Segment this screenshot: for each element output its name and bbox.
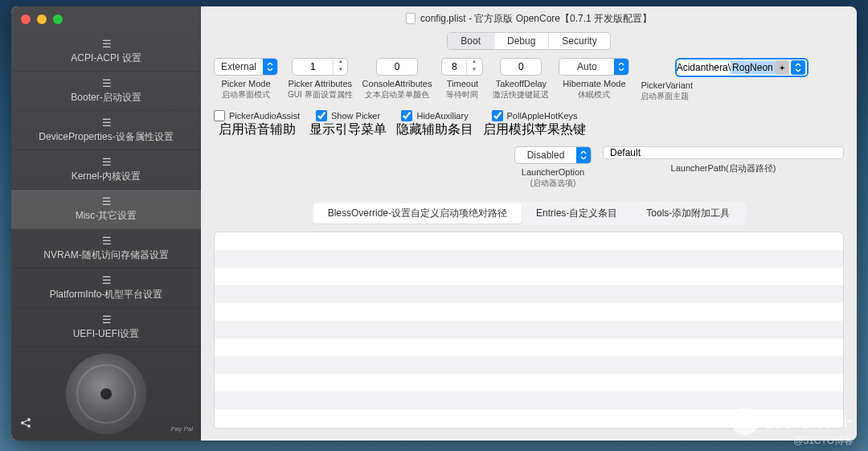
watermark: ✉ 悦享软件 +: [731, 408, 852, 435]
table-area[interactable]: [214, 232, 844, 429]
label: Timeout: [447, 79, 478, 88]
tab-debug[interactable]: Debug: [494, 33, 549, 49]
titlebar: config.plist - 官方原版 OpenCore【0.7.1 开发版配置…: [201, 6, 857, 31]
checkbox-label: HideAuxiliary: [416, 111, 468, 121]
label: GUI 界面设置属性: [288, 89, 353, 100]
label: LauncherOption: [522, 167, 584, 177]
checkbox-picker-audio-assist[interactable]: PickerAudioAssist: [214, 110, 300, 121]
timeout-input[interactable]: [442, 61, 466, 72]
zoom-button[interactable]: [53, 14, 63, 24]
label: 激活快捷键延迟: [493, 89, 549, 100]
launcher-option-select[interactable]: Disabled: [514, 146, 592, 164]
list-icon: ☰: [102, 314, 110, 326]
table-row[interactable]: [215, 232, 843, 250]
table-row[interactable]: [215, 392, 843, 409]
label: Hibernate Mode: [563, 79, 625, 88]
wechat-icon: ✉: [731, 408, 759, 435]
sidebar-item-label: NVRAM-随机访问存储器设置: [43, 248, 168, 262]
checkbox-hide-auxiliary[interactable]: HideAuxiliary: [401, 110, 468, 121]
minimize-button[interactable]: [37, 14, 47, 24]
console-attributes-field[interactable]: [376, 58, 418, 76]
checkbox-label: PollAppleHotKeys: [507, 111, 578, 121]
list-icon: ☰: [102, 156, 110, 168]
picker-attributes-field[interactable]: ▲▼: [292, 58, 348, 76]
timeout-field[interactable]: ▲▼: [441, 58, 483, 76]
svg-point-2: [27, 424, 31, 428]
window-controls: [11, 6, 201, 32]
theme-icon[interactable]: ✦: [775, 60, 789, 75]
sidebar-item-5[interactable]: ☰NVRAM-随机访问存储器设置: [11, 229, 201, 269]
console-attributes-input[interactable]: [377, 61, 417, 72]
share-icon[interactable]: [19, 416, 32, 433]
checkbox-input[interactable]: [214, 110, 225, 121]
takeoff-delay-input[interactable]: [501, 61, 541, 72]
list-icon: ☰: [102, 117, 110, 129]
dropdown-arrow-icon[interactable]: [791, 60, 805, 75]
list-icon: ☰: [102, 274, 110, 286]
controls-area: External Picker Mode 启动界面模式 ▲▼ Picker At…: [201, 58, 857, 197]
blog-credit: @51CTO博客: [793, 434, 854, 448]
list-icon: ☰: [102, 195, 110, 207]
dial-control[interactable]: [66, 354, 146, 434]
sidebar-item-7[interactable]: ☰UEFI-UEFI设置: [11, 308, 201, 347]
sub-tabs: BlessOverride-设置自定义启动项绝对路径Entries-自定义条目T…: [214, 202, 844, 225]
label: 隐藏辅助条目: [396, 121, 473, 138]
sidebar-item-1[interactable]: ☰Booter-启动设置: [11, 72, 201, 111]
sidebar-item-label: Misc-其它设置: [76, 209, 137, 223]
stepper-icon[interactable]: ▲▼: [466, 59, 481, 75]
table-row[interactable]: [215, 356, 843, 374]
checkbox-input[interactable]: [316, 110, 327, 121]
takeoff-delay-field[interactable]: [500, 58, 542, 76]
main-panel: config.plist - 官方原版 OpenCore【0.7.1 开发版配置…: [201, 6, 857, 441]
list-icon: ☰: [102, 38, 110, 50]
checkbox-show-picker[interactable]: Show Picker: [316, 110, 380, 121]
label: TakeoffDelay: [496, 79, 547, 88]
svg-point-1: [27, 418, 31, 421]
sidebar-item-0[interactable]: ☰ACPI-ACPI 设置: [11, 32, 201, 72]
tab-boot[interactable]: Boot: [448, 33, 494, 49]
hibernate-mode-select[interactable]: Auto: [559, 58, 629, 76]
sidebar-item-label: Booter-启动设置: [71, 91, 141, 105]
launcher-path-input[interactable]: [603, 146, 844, 159]
table-row[interactable]: [215, 338, 843, 356]
table-row[interactable]: [215, 321, 843, 338]
picker-variant-field[interactable]: Acidanthera\RogNeon ✦: [675, 58, 809, 77]
table-row[interactable]: [215, 303, 843, 321]
stepper-icon[interactable]: ▲▼: [333, 59, 347, 75]
label: Picker Attributes: [289, 79, 352, 88]
main-tabs: BootDebugSecurity: [201, 32, 857, 50]
table-row[interactable]: [215, 285, 843, 303]
subtab-0[interactable]: BlessOverride-设置自定义启动项绝对路径: [313, 203, 522, 223]
table-row[interactable]: [215, 374, 843, 392]
sidebar-item-2[interactable]: ☰DeviceProperties-设备属性设置: [11, 111, 201, 150]
checkbox-label: Show Picker: [331, 111, 380, 121]
label: 文本启动菜单颜色: [365, 89, 429, 100]
list-icon: ☰: [102, 77, 110, 89]
label: PickerVariant: [641, 80, 693, 90]
picker-attributes-input[interactable]: [293, 61, 333, 72]
sidebar-item-label: UEFI-UEFI设置: [73, 327, 140, 341]
sidebar-item-4[interactable]: ☰Misc-其它设置: [11, 190, 201, 229]
paypal-label[interactable]: Pay Pal: [170, 426, 193, 433]
label: Picker Mode: [221, 79, 270, 88]
subtab-1[interactable]: Entries-自定义条目: [522, 203, 632, 223]
label: 休眠模式: [578, 89, 610, 100]
sidebar-item-6[interactable]: ☰PlatformInfo-机型平台设置: [11, 269, 201, 308]
sidebar-item-3[interactable]: ☰Kernel-内核设置: [11, 150, 201, 190]
checkbox-input[interactable]: [492, 110, 503, 121]
table-row[interactable]: [215, 250, 843, 268]
subtab-2[interactable]: Tools-添加附加工具: [632, 203, 744, 223]
list-icon: ☰: [102, 235, 110, 247]
checkbox-label: PickerAudioAssist: [229, 111, 300, 121]
tab-security[interactable]: Security: [549, 33, 609, 49]
close-button[interactable]: [21, 14, 31, 24]
checkbox-poll-apple-hot-keys[interactable]: PollAppleHotKeys: [492, 110, 578, 121]
label: 等待时间: [446, 89, 478, 100]
picker-mode-select[interactable]: External: [214, 58, 278, 76]
label: ConsoleAttributes: [362, 79, 432, 88]
table-row[interactable]: [215, 268, 843, 285]
checkbox-input[interactable]: [401, 110, 412, 121]
label: (启动器选项): [530, 178, 576, 189]
dropdown-arrow-icon: [576, 147, 591, 163]
dropdown-arrow-icon: [263, 59, 277, 75]
